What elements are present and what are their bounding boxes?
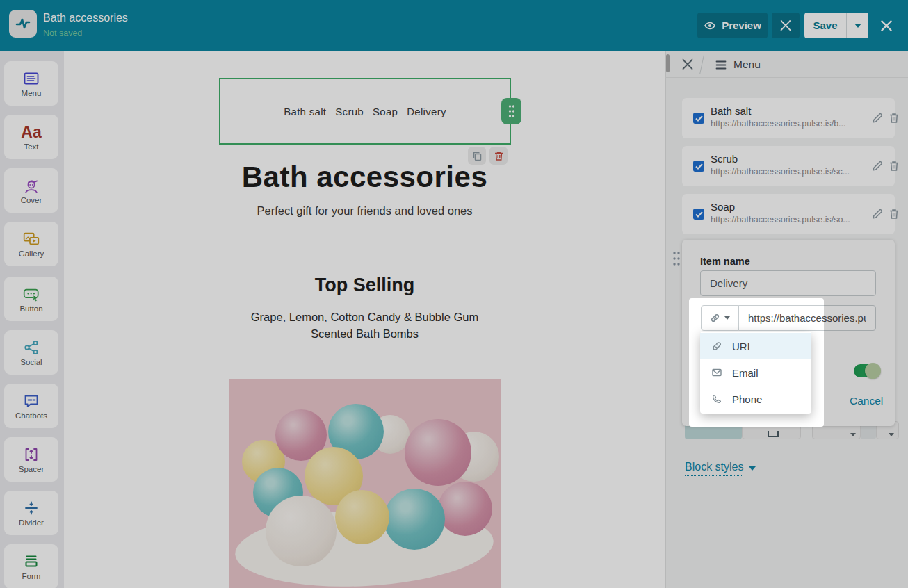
dropdown-option-url[interactable]: URL (700, 333, 811, 359)
link-icon (710, 313, 720, 323)
dropdown-option-label: Email (732, 367, 759, 379)
item-url-input[interactable] (738, 305, 824, 331)
dropdown-option-phone[interactable]: Phone (700, 386, 811, 412)
dropdown-option-label: URL (732, 341, 753, 352)
app-window: Bath accessories Not saved Preview Save (0, 0, 908, 588)
chevron-down-icon (724, 316, 730, 320)
dim-overlay (0, 0, 908, 588)
link-icon (711, 341, 722, 352)
phone-icon (711, 393, 722, 405)
link-type-select[interactable] (701, 305, 739, 331)
email-icon (711, 367, 722, 378)
dropdown-option-email[interactable]: Email (700, 359, 811, 386)
link-type-dropdown: URL Email Phone (700, 332, 811, 414)
dropdown-option-label: Phone (732, 393, 762, 405)
